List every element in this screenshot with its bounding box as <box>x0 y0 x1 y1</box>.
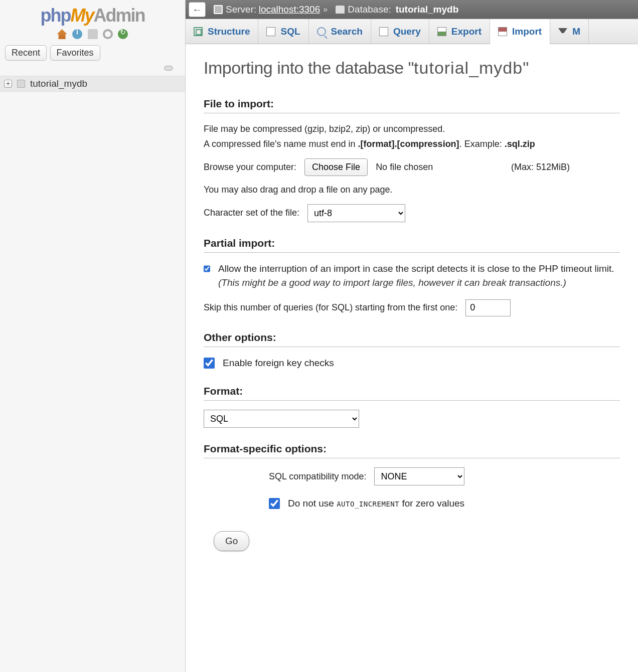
section-heading: File to import: <box>204 98 620 113</box>
chevron-down-icon <box>558 28 567 37</box>
browse-label: Browse your computer: <box>204 162 296 173</box>
navpanel-settings-icon[interactable] <box>88 29 98 39</box>
tab-sql[interactable]: SQL <box>258 19 308 44</box>
section-format: Format: SQL <box>204 385 620 428</box>
sidebar: phpMyAdmin Recent Favorites + tutorial_m… <box>0 0 186 672</box>
noauto-row: Do not use AUTO_INCREMENT for zero value… <box>269 496 620 511</box>
tab-import[interactable]: Import <box>490 19 550 44</box>
charset-select[interactable]: utf-8 <box>307 204 405 222</box>
tab-label: Export <box>451 26 482 37</box>
main: ← Server: localhost:3306 » Database: tut… <box>186 0 638 672</box>
database-icon <box>17 80 25 88</box>
tab-export[interactable]: Export <box>429 19 490 44</box>
db-tree: + tutorial_mydb <box>0 75 185 93</box>
section-format-specific: Format-specific options: SQL compatibili… <box>204 443 620 511</box>
search-icon <box>317 27 326 36</box>
skip-label: Skip this number of queries (for SQL) st… <box>204 302 457 313</box>
tab-query[interactable]: Query <box>371 19 429 44</box>
docs-icon[interactable] <box>72 29 82 39</box>
foreign-key-label[interactable]: Enable foreign key checks <box>223 356 334 371</box>
tab-label: M <box>572 26 580 37</box>
compat-label: SQL compatibility mode: <box>269 471 366 482</box>
logo-part-my: My <box>70 5 93 26</box>
divider <box>204 458 620 458</box>
max-size: (Max: 512MiB) <box>511 162 570 173</box>
section-other-options: Other options: Enable foreign key checks <box>204 331 620 371</box>
divider <box>204 400 620 401</box>
tree-item-label: tutorial_mydb <box>30 78 87 89</box>
choose-file-button[interactable]: Choose File <box>304 158 368 176</box>
breadcrumb-server-label: Server: <box>226 4 256 15</box>
tab-more[interactable]: M <box>550 19 589 44</box>
dragdrop-hint: You may also drag and drop a file on any… <box>204 183 620 197</box>
no-autoincrement-checkbox[interactable] <box>269 498 280 509</box>
tab-label: Query <box>393 26 421 37</box>
no-autoincrement-label[interactable]: Do not use AUTO_INCREMENT for zero value… <box>288 496 464 511</box>
compat-row: SQL compatibility mode: NONE <box>269 467 620 485</box>
server-icon <box>214 5 223 14</box>
favorites-button[interactable]: Favorites <box>50 45 100 61</box>
title-dbname: tutorial_mydb <box>414 58 523 77</box>
section-heading: Format: <box>204 385 620 400</box>
logo: phpMyAdmin <box>0 0 185 28</box>
import-icon <box>498 27 507 36</box>
structure-icon <box>194 27 203 36</box>
breadcrumb-server-link[interactable]: localhost:3306 <box>259 4 321 15</box>
page-title: Importing into the database "tutorial_my… <box>204 58 620 78</box>
home-icon[interactable] <box>57 29 67 39</box>
allow-interrupt-row: Allow the interruption of an import in c… <box>204 262 620 290</box>
query-icon <box>379 27 388 36</box>
reload-icon[interactable] <box>118 29 128 39</box>
skip-input[interactable] <box>465 299 511 316</box>
divider <box>204 347 620 347</box>
tab-search[interactable]: Search <box>309 19 371 44</box>
tab-label: Structure <box>208 26 250 37</box>
skip-row: Skip this number of queries (for SQL) st… <box>204 299 620 316</box>
logo-part-php: php <box>41 5 71 26</box>
gear-icon[interactable] <box>103 29 113 39</box>
breadcrumb-db-label: Database: <box>348 4 391 15</box>
browse-row: Browse your computer: Choose File No fil… <box>204 158 620 176</box>
logo-part-admin: Admin <box>94 5 145 26</box>
charset-label: Character set of the file: <box>204 208 299 218</box>
database-icon <box>336 6 345 14</box>
section-heading: Other options: <box>204 331 620 347</box>
content: Importing into the database "tutorial_my… <box>186 44 638 672</box>
format-select[interactable]: SQL <box>204 410 359 428</box>
section-heading: Partial import: <box>204 237 620 252</box>
breadcrumb-sep: » <box>323 5 328 14</box>
allow-interrupt-checkbox[interactable] <box>204 263 210 274</box>
tab-label: Import <box>512 26 542 37</box>
fso-indent: SQL compatibility mode: NONE Do not use … <box>204 467 620 511</box>
export-icon <box>437 27 446 36</box>
divider <box>204 252 620 253</box>
tree-item-tutorial-mydb[interactable]: + tutorial_mydb <box>0 76 185 92</box>
foreign-key-checkbox[interactable] <box>204 358 215 369</box>
go-button[interactable]: Go <box>214 531 249 551</box>
breadcrumb: ← Server: localhost:3306 » Database: tut… <box>186 0 638 19</box>
sidebar-tabs: Recent Favorites <box>0 43 185 63</box>
compress-hint-1: File may be compressed (gzip, bzip2, zip… <box>204 122 620 136</box>
back-button[interactable]: ← <box>189 2 206 17</box>
collapse-toggle[interactable] <box>0 63 185 75</box>
expand-icon[interactable]: + <box>4 80 12 88</box>
sidebar-toolbar <box>0 28 185 43</box>
section-file-to-import: File to import: File may be compressed (… <box>204 98 620 222</box>
section-partial-import: Partial import: Allow the interruption o… <box>204 237 620 316</box>
charset-row: Character set of the file: utf-8 <box>204 204 620 222</box>
allow-interrupt-label[interactable]: Allow the interruption of an import in c… <box>218 262 620 290</box>
tab-label: Search <box>331 26 363 37</box>
tab-label: SQL <box>280 26 300 37</box>
compress-hint-2: A compressed file's name must end in .[f… <box>204 137 620 151</box>
recent-button[interactable]: Recent <box>5 45 47 61</box>
link-icon <box>164 66 173 71</box>
compat-select[interactable]: NONE <box>374 467 464 485</box>
tab-structure[interactable]: Structure <box>186 19 258 44</box>
section-heading: Format-specific options: <box>204 443 620 458</box>
no-file-text: No file chosen <box>376 162 433 173</box>
tabs: Structure SQL Search Query Export Import… <box>186 19 638 44</box>
breadcrumb-db-value[interactable]: tutorial_mydb <box>396 4 459 15</box>
fk-row: Enable foreign key checks <box>204 356 620 371</box>
sql-icon <box>266 27 275 36</box>
divider <box>204 113 620 113</box>
